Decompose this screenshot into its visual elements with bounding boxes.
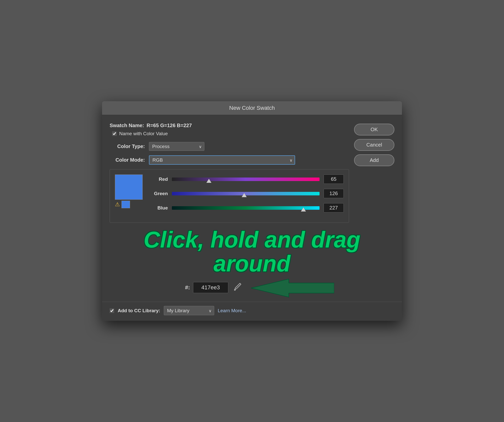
title-bar: New Color Swatch <box>102 101 402 115</box>
left-panel: Swatch Name: R=65 G=126 B=227 Name with … <box>110 123 349 223</box>
dialog-body: Swatch Name: R=65 G=126 B=227 Name with … <box>102 115 402 223</box>
ok-button[interactable]: OK <box>354 124 394 135</box>
blue-slider-track[interactable] <box>172 204 320 212</box>
red-slider-row: Red <box>150 174 344 184</box>
library-select-wrapper: My Library <box>164 306 214 315</box>
green-thumb[interactable] <box>242 193 247 197</box>
color-swatch-main <box>115 174 143 200</box>
color-type-select[interactable]: Process Spot <box>149 142 204 151</box>
color-type-select-wrapper: Process Spot <box>149 142 204 151</box>
warning-icon: ⚠ <box>115 201 120 208</box>
color-mode-select-wrapper: RGB CMYK Lab Grayscale <box>149 155 295 165</box>
green-label: Green <box>150 191 168 196</box>
green-slider-track[interactable] <box>172 190 320 197</box>
color-mode-row: Color Mode: RGB CMYK Lab Grayscale <box>110 155 349 165</box>
svg-rect-0 <box>234 289 236 291</box>
color-preview-stack: ⚠ <box>115 174 143 208</box>
swatch-name-label: Swatch Name: <box>110 123 144 128</box>
color-type-row: Color Type: Process Spot <box>110 142 349 151</box>
color-type-label: Color Type: <box>110 144 145 149</box>
svg-marker-2 <box>251 279 334 297</box>
blue-thumb[interactable] <box>301 207 306 212</box>
library-select[interactable]: My Library <box>164 306 214 315</box>
right-panel: OK Cancel Add <box>354 123 394 223</box>
learn-more-link[interactable]: Learn More... <box>218 308 246 313</box>
hex-row: #: <box>185 278 243 298</box>
name-with-color-value-label[interactable]: Name with Color Value <box>119 131 168 136</box>
red-gradient <box>172 178 320 181</box>
sliders-area: Red Green <box>150 174 344 218</box>
swatch-name-row: Swatch Name: R=65 G=126 B=227 <box>110 123 349 128</box>
blue-label: Blue <box>150 205 168 211</box>
add-button[interactable]: Add <box>354 154 394 166</box>
green-slider-row: Green <box>150 189 344 198</box>
color-swatch-small <box>121 201 130 208</box>
red-slider-track[interactable] <box>172 176 320 183</box>
hex-label: #: <box>185 284 190 291</box>
green-input[interactable] <box>324 189 344 198</box>
add-to-cc-library-label[interactable]: Add to CC Library: <box>118 308 160 313</box>
eyedropper-button[interactable] <box>231 282 243 293</box>
blue-slider-row: Blue <box>150 203 344 213</box>
red-thumb[interactable] <box>206 179 211 183</box>
swatch-name-value: R=65 G=126 B=227 <box>147 123 192 128</box>
name-with-color-value-checkbox[interactable] <box>112 131 117 136</box>
name-with-color-value-row: Name with Color Value <box>110 131 349 136</box>
annotation-overlay: Click, hold and drag around #: <box>102 223 402 302</box>
color-area: ⚠ Red <box>110 169 349 223</box>
annotation-text: Click, hold and drag around <box>110 223 394 278</box>
blue-gradient <box>172 206 320 210</box>
add-to-cc-library-checkbox[interactable] <box>110 308 114 313</box>
color-mode-select[interactable]: RGB CMYK Lab Grayscale <box>149 155 295 165</box>
annotation-arrow <box>248 278 334 298</box>
cancel-button[interactable]: Cancel <box>354 139 394 151</box>
arrow-area: #: <box>110 278 394 302</box>
blue-input[interactable] <box>324 203 344 213</box>
color-area-inner: ⚠ Red <box>115 174 344 218</box>
bottom-bar: Add to CC Library: My Library Learn More… <box>102 302 402 321</box>
red-input[interactable] <box>324 174 344 184</box>
red-label: Red <box>150 177 168 182</box>
hex-input[interactable] <box>193 282 228 293</box>
new-color-swatch-dialog: New Color Swatch Swatch Name: R=65 G=126… <box>102 101 402 321</box>
color-mode-label: Color Mode: <box>110 157 145 163</box>
dialog-title: New Color Swatch <box>229 105 275 111</box>
eyedropper-icon <box>233 282 242 291</box>
color-swatch-bottom: ⚠ <box>115 201 130 208</box>
